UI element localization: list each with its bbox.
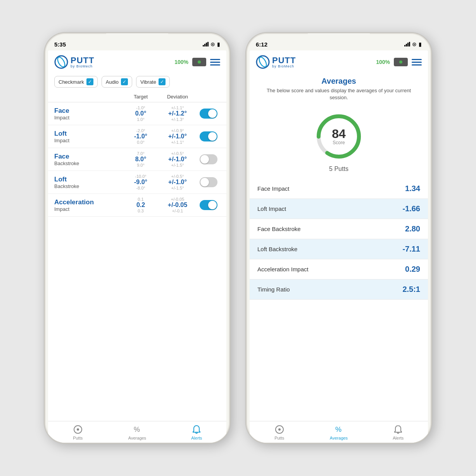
signal-icon-right (404, 42, 410, 47)
th-target: Target (123, 94, 158, 100)
tab-putts-icon-left (73, 424, 83, 435)
left-phone: 5:35 ⊛ ▮ (44, 33, 230, 443)
score-container: 84 Score 5 Putts (250, 107, 428, 179)
tab-putts-left[interactable]: Putts (48, 424, 107, 440)
metric-label-accel-impact: Acceleration Impact (54, 198, 123, 212)
averages-body: Averages The below score and values disp… (250, 72, 428, 421)
tab-putts-label-right: Putts (274, 436, 284, 440)
checkbox-checkmark-label: Checkmark (59, 79, 84, 85)
gauge-score: 84 (332, 128, 346, 140)
logo-icon-left (54, 55, 68, 69)
signal-icon (203, 42, 209, 47)
logo-text-right: PUTT by BioMech (272, 56, 296, 68)
checkbox-audio[interactable]: Audio ✓ (102, 76, 132, 88)
metric-dev-face-backstroke: +/-0.5° +/-1.0° +/-1.5° (158, 151, 197, 167)
avg-row-face-impact: Face Impact 1.34 (250, 179, 428, 199)
svg-point-1 (56, 56, 66, 68)
metric-dev-face-impact: +/-1.1° +/-1.2° +/-1.3° (158, 105, 197, 122)
th-deviation: Deviation (158, 94, 197, 100)
metric-row-accel-impact: Acceleration Impact 0.1 0.2 0.3 +/-0.05 … (48, 194, 226, 217)
right-phone: 6:12 ⊛ ▮ (246, 33, 432, 443)
tab-alerts-right[interactable]: Alerts (369, 424, 428, 440)
checkbox-checkmark-check: ✓ (86, 78, 93, 85)
tab-averages-label-right: Averages (330, 436, 348, 440)
metric-target-face-backstroke: 7.0° 8.0° 9.0° (123, 151, 158, 167)
checkbox-vibrate[interactable]: Vibrate ✓ (136, 76, 170, 88)
app-header-right: PUTT by BioMech 100% (250, 50, 428, 72)
main-container: 5:35 ⊛ ▮ (0, 0, 476, 476)
time-right: 6:12 (256, 41, 267, 48)
metric-row-loft-backstroke: Loft Backstroke -10.0° -9.0° -8.0° +/-0.… (48, 171, 226, 194)
checkbox-audio-check: ✓ (121, 78, 128, 85)
app-content-right: PUTT by BioMech 100% (250, 50, 428, 443)
battery-pct-right: 100% (376, 59, 390, 65)
metric-dev-loft-backstroke: +/-0.5° +/-1.0° +/-1.5° (158, 174, 197, 190)
menu-icon-left[interactable] (210, 59, 220, 66)
tab-averages-left[interactable]: % Averages (107, 424, 167, 440)
app-content-left: PUTT by BioMech 100% (48, 50, 226, 443)
toggle-accel-impact[interactable] (197, 200, 220, 210)
wifi-icon: ⊛ (210, 41, 215, 47)
tab-alerts-icon-left (191, 424, 202, 435)
metric-label-face-backstroke: Face Backstroke (54, 153, 123, 166)
app-header-left: PUTT by BioMech 100% (48, 50, 226, 72)
header-right-right: 100% (376, 58, 422, 66)
device-dot-right (399, 60, 402, 64)
logo-icon-right (256, 55, 270, 69)
checkbox-checkmark[interactable]: Checkmark ✓ (54, 76, 98, 88)
logo-right: PUTT by BioMech (256, 55, 296, 69)
avg-row-accel-impact: Acceleration Impact 0.29 (250, 259, 428, 279)
tab-averages-right[interactable]: % Averages (309, 424, 368, 440)
metric-dev-accel-impact: +/-0.05 +/-0.05 +/-0.1 (158, 197, 197, 213)
metric-label-face-impact: Face Impact (54, 107, 123, 121)
toggle-face-backstroke[interactable] (197, 154, 220, 164)
averages-subtitle: The below score and values display the a… (250, 87, 428, 107)
avg-row-loft-impact: Loft Impact -1.66 (250, 199, 428, 219)
gauge-inner: 84 Score (332, 128, 346, 145)
tab-averages-icon-left: % (132, 424, 142, 435)
tab-bar-right: Putts % Averages (250, 421, 428, 443)
checkboxes-row: Checkmark ✓ Audio ✓ Vibrate ✓ (48, 72, 226, 91)
tab-putts-label-left: Putts (73, 436, 83, 440)
toggle-face-impact[interactable] (197, 109, 220, 119)
tab-alerts-icon-right (393, 424, 403, 435)
status-icons-right: ⊛ ▮ (404, 41, 422, 47)
toggle-loft-impact[interactable] (197, 131, 220, 141)
tab-averages-label-left: Averages (128, 436, 146, 440)
svg-point-3 (77, 428, 79, 431)
battery-pct-left: 100% (174, 59, 188, 65)
alerts-body: Face Impact -1.0° 0.0° 1.0° +/-1.1° +/-1… (48, 102, 226, 421)
metric-label-loft-impact: Loft Impact (54, 130, 123, 143)
tab-bar-left: Putts % Averages (48, 421, 226, 443)
metric-target-accel-impact: 0.1 0.2 0.3 (123, 197, 158, 213)
header-right-left: 100% (174, 58, 220, 66)
metric-row-face-backstroke: Face Backstroke 7.0° 8.0° 9.0° +/-0.5° +… (48, 148, 226, 171)
toggle-loft-backstroke[interactable] (197, 177, 220, 187)
tab-putts-right[interactable]: Putts (250, 424, 309, 440)
logo-left: PUTT by BioMech (54, 55, 94, 69)
menu-icon-right[interactable] (412, 59, 422, 66)
svg-point-6 (258, 56, 268, 68)
device-dot-left (198, 60, 201, 64)
checkbox-vibrate-label: Vibrate (140, 79, 156, 85)
metric-dev-loft-impact: +/-0.9° +/-1.0° +/-1.1° (158, 128, 197, 145)
metric-row-face-impact: Face Impact -1.0° 0.0° 1.0° +/-1.1° +/-1… (48, 102, 226, 125)
logo-text-left: PUTT by BioMech (71, 56, 94, 68)
time-left: 5:35 (54, 41, 66, 48)
device-icon-left[interactable] (192, 58, 206, 66)
tab-alerts-label-left: Alerts (191, 436, 202, 440)
tab-putts-icon-right (274, 424, 285, 435)
checkbox-audio-label: Audio (106, 79, 119, 85)
tab-averages-icon-right: % (334, 424, 344, 435)
metric-target-loft-impact: -2.0° -1.0° 0.0° (123, 128, 158, 145)
svg-text:%: % (335, 426, 341, 433)
status-bar-left: 5:35 ⊛ ▮ (45, 33, 229, 50)
tab-alerts-left[interactable]: Alerts (167, 424, 226, 440)
table-header: Target Deviation (48, 91, 226, 102)
device-icon-right[interactable] (394, 58, 408, 66)
tab-alerts-label-right: Alerts (393, 436, 404, 440)
status-icons-left: ⊛ ▮ (203, 41, 220, 47)
putts-count: 5 Putts (329, 166, 348, 172)
status-bar-right: 6:12 ⊛ ▮ (247, 33, 431, 50)
metric-label-loft-backstroke: Loft Backstroke (54, 176, 123, 189)
